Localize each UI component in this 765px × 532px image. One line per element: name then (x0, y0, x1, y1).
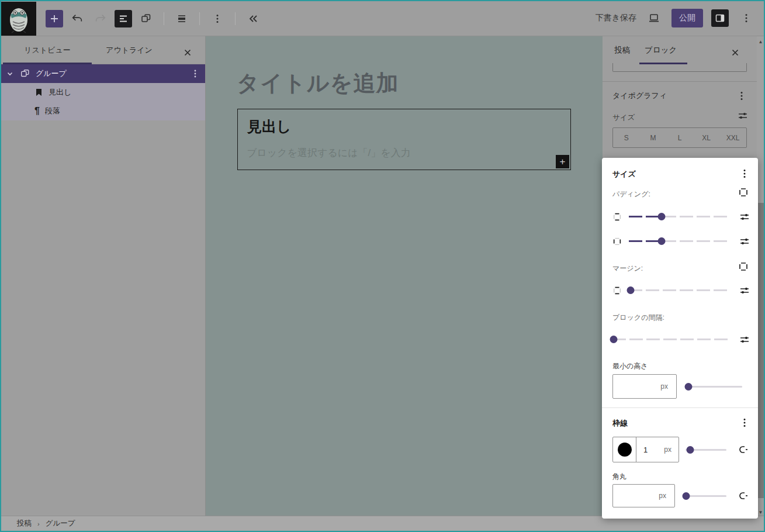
breadcrumb-group[interactable]: グループ (46, 519, 75, 528)
tree-item-heading[interactable]: 見出し (1, 83, 205, 102)
sides-vertical-icon (612, 212, 622, 222)
font-size-settings-button[interactable] (738, 110, 748, 121)
border-width-unit: px (664, 445, 679, 454)
collapse-toolbar-button[interactable] (244, 9, 262, 28)
tab-outline[interactable]: アウトライン (94, 36, 165, 64)
slider-thumb[interactable] (683, 492, 690, 500)
padding-horizontal-slider[interactable] (629, 236, 729, 246)
block-spacing-slider[interactable] (612, 334, 729, 344)
border-width-input[interactable] (636, 445, 660, 454)
border-color-button[interactable] (613, 437, 636, 462)
tab-block[interactable]: ブロック (645, 36, 677, 64)
tree-item-label: 段落 (45, 106, 60, 116)
undo-icon (71, 12, 84, 25)
block-switcher-button[interactable] (137, 9, 155, 28)
font-size-label: サイズ (612, 113, 635, 123)
group-blocks-icon (140, 13, 152, 25)
tree-item-paragraph[interactable]: ¶ 段落 (1, 102, 205, 120)
typography-options-button[interactable] (736, 89, 747, 102)
scrollbar-thumb[interactable] (758, 203, 764, 498)
block-appender-button[interactable]: + (556, 155, 569, 168)
save-draft-button[interactable]: 下書き保存 (596, 13, 636, 23)
site-logo[interactable] (1, 2, 36, 36)
list-view-panel: リストビュー アウトライン グループ 見出し ¶ 段落 (1, 36, 206, 518)
scroll-up-arrow[interactable]: ▲ (757, 37, 764, 46)
editor-actions: 下書き保存 公開 (596, 1, 756, 35)
border-link-sides-button[interactable] (738, 444, 750, 455)
tune-icon (738, 110, 748, 121)
font-size-option-xxl[interactable]: XXL (719, 128, 746, 147)
block-spacing-settings-button[interactable] (739, 334, 750, 345)
border-color-swatch (618, 443, 632, 457)
border-width-slider[interactable] (686, 445, 726, 454)
font-size-option-xl[interactable]: XL (693, 128, 720, 147)
min-height-input[interactable] (613, 382, 660, 391)
close-list-view-button[interactable] (178, 43, 197, 62)
list-view-icon (118, 13, 129, 24)
breadcrumb-post[interactable]: 投稿 (17, 519, 32, 528)
slider-thumb[interactable] (610, 336, 617, 343)
paragraph-block-placeholder[interactable]: ブロックを選択するには「/」を入力 (247, 146, 411, 160)
radius-link-sides-button[interactable] (738, 490, 750, 501)
radius-label: 角丸 (612, 472, 626, 482)
more-options-button[interactable] (737, 9, 756, 27)
slider-thumb[interactable] (627, 286, 635, 294)
group-block[interactable]: 見出し ブロックを選択するには「/」を入力 + (237, 109, 571, 170)
tune-icon (739, 285, 750, 296)
scrolled-input-fragment[interactable] (612, 63, 747, 72)
redo-button[interactable] (91, 9, 110, 28)
margin-slider[interactable] (629, 285, 729, 295)
kebab-icon (742, 13, 751, 23)
font-size-option-l[interactable]: L (666, 128, 693, 147)
block-spacing-label: ブロックの間隔: (612, 313, 664, 323)
padding-vertical-settings-button[interactable] (739, 212, 750, 222)
font-size-option-m[interactable]: M (640, 128, 667, 147)
radius-input[interactable] (613, 492, 659, 500)
block-options-button[interactable] (208, 9, 227, 28)
margin-label: マージン: (612, 264, 643, 274)
slider-track (612, 338, 729, 340)
tree-item-label: 見出し (49, 87, 71, 98)
section-divider (603, 81, 757, 82)
post-title-field[interactable]: タイトルを追加 (237, 68, 399, 98)
padding-sides-button[interactable] (738, 187, 749, 198)
preview-button[interactable] (645, 9, 663, 27)
radius-slider[interactable] (686, 491, 726, 500)
sidebar-icon (715, 13, 725, 23)
slider-thumb[interactable] (687, 446, 694, 454)
radius-input-group: px (612, 484, 675, 507)
sides-vertical-icon (612, 286, 622, 295)
tree-item-label: グループ (36, 68, 67, 79)
min-height-slider[interactable] (687, 382, 742, 391)
min-height-unit: px (660, 382, 676, 391)
dimensions-options-button[interactable] (739, 167, 750, 180)
typography-section-title: タイポグラフィ (612, 91, 667, 101)
padding-vertical-slider[interactable] (629, 212, 729, 221)
margin-sides-button[interactable] (738, 261, 749, 272)
chevron-down-icon[interactable] (6, 70, 14, 78)
border-options-button[interactable] (739, 416, 750, 429)
settings-sidebar-toggle[interactable] (711, 9, 729, 27)
slider-thumb[interactable] (684, 383, 692, 391)
publish-button[interactable]: 公開 (671, 9, 703, 27)
font-size-option-s[interactable]: S (613, 128, 640, 147)
slider-thumb[interactable] (658, 237, 666, 245)
document-overview-button[interactable] (115, 10, 132, 27)
row-options-kebab-icon[interactable] (191, 69, 199, 78)
undo-button[interactable] (68, 9, 86, 28)
close-icon (183, 48, 192, 57)
tab-post[interactable]: 投稿 (614, 36, 630, 64)
toolbar-separator (199, 12, 200, 25)
close-sidebar-button[interactable] (726, 43, 745, 62)
block-align-button[interactable] (172, 9, 191, 28)
redo-icon (94, 12, 107, 25)
tree-item-group[interactable]: グループ (1, 64, 205, 83)
slider-fill (629, 216, 662, 217)
heading-block[interactable]: 見出し (247, 117, 292, 136)
slider-thumb[interactable] (658, 213, 666, 220)
padding-horizontal-settings-button[interactable] (739, 236, 750, 247)
tab-list-view[interactable]: リストビュー (1, 36, 94, 64)
margin-settings-button[interactable] (739, 285, 750, 296)
toolbar-separator (164, 12, 164, 25)
block-inserter-button[interactable] (46, 10, 63, 27)
